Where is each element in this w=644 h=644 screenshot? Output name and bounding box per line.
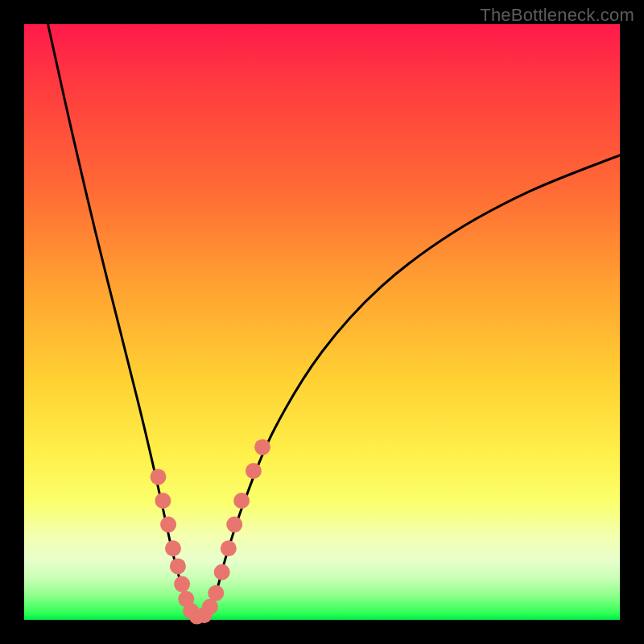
bottleneck-curve — [48, 24, 620, 620]
data-marker — [170, 558, 186, 574]
data-marker — [160, 517, 176, 533]
data-marker — [202, 599, 218, 615]
data-marker — [155, 493, 171, 509]
data-marker — [214, 564, 230, 580]
data-marker — [246, 463, 262, 479]
data-marker — [174, 576, 190, 592]
data-marker — [208, 585, 224, 601]
data-marker — [254, 439, 270, 455]
data-marker — [165, 540, 181, 556]
data-marker — [233, 493, 250, 509]
marker-group — [151, 439, 271, 624]
chart-frame: TheBottleneck.com — [0, 0, 644, 644]
watermark-text: TheBottleneck.com — [480, 5, 634, 26]
data-marker — [221, 540, 237, 556]
chart-svg — [24, 24, 620, 620]
plot-area — [24, 24, 620, 620]
data-marker — [151, 469, 167, 485]
data-marker — [226, 517, 242, 533]
